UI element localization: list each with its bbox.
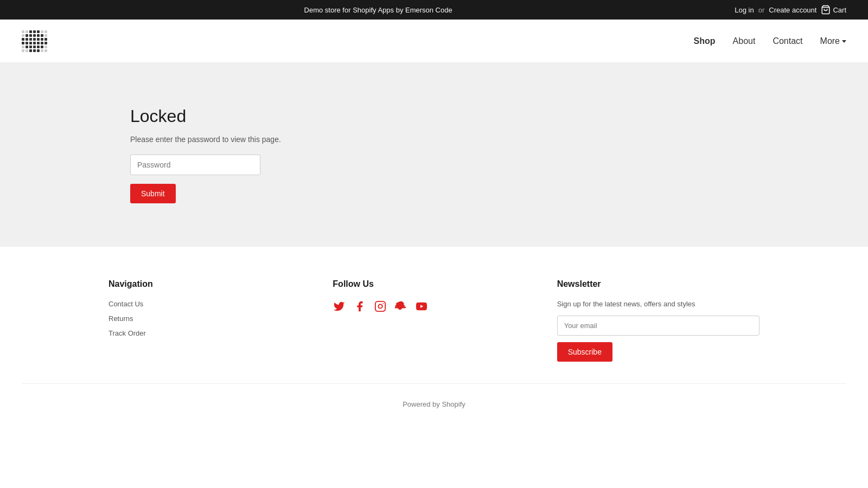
snapchat-icon <box>395 300 407 312</box>
announcement-text: Demo store for Shopify Apps by Emerson C… <box>22 6 735 14</box>
email-input[interactable] <box>557 316 760 336</box>
twitter-icon <box>333 300 345 312</box>
powered-by-text: Powered by Shopify <box>403 400 465 408</box>
login-link[interactable]: Log in <box>735 6 754 14</box>
instagram-link[interactable] <box>374 300 387 313</box>
header: Shop About Contact More <box>0 20 868 63</box>
facebook-link[interactable] <box>353 300 366 313</box>
subscribe-button[interactable]: Subscribe <box>557 342 612 362</box>
content-inner: Locked Please enter the password to view… <box>108 106 760 203</box>
svg-rect-1 <box>375 301 385 311</box>
logo-link[interactable] <box>22 30 47 52</box>
chevron-down-icon <box>842 40 846 43</box>
password-input[interactable] <box>130 155 260 175</box>
main-nav: Shop About Contact More <box>694 36 846 46</box>
footer-follow-us-section: Follow Us <box>333 279 535 362</box>
locked-title: Locked <box>130 106 738 126</box>
nav-contact[interactable]: Contact <box>773 36 802 46</box>
footer-newsletter-section: Newsletter Sign up for the latest news, … <box>557 279 760 362</box>
footer-track-order-link[interactable]: Track Order <box>108 329 311 337</box>
footer-nav-links: Contact Us Returns Track Order <box>108 300 311 337</box>
footer-inner: Navigation Contact Us Returns Track Orde… <box>108 279 760 383</box>
nav-more-label: More <box>820 36 840 46</box>
nav-shop[interactable]: Shop <box>694 36 716 46</box>
top-bar: Demo store for Shopify Apps by Emerson C… <box>0 0 868 20</box>
footer: Navigation Contact Us Returns Track Orde… <box>0 247 868 430</box>
facebook-icon <box>354 300 366 312</box>
footer-bottom: Powered by Shopify <box>22 383 846 408</box>
or-separator: or <box>758 6 765 14</box>
snapchat-link[interactable] <box>394 300 407 313</box>
footer-newsletter-title: Newsletter <box>557 279 760 289</box>
main-content: Locked Please enter the password to view… <box>0 63 868 247</box>
cart-icon <box>821 5 831 15</box>
logo <box>22 30 47 52</box>
footer-navigation-title: Navigation <box>108 279 311 289</box>
footer-navigation-section: Navigation Contact Us Returns Track Orde… <box>108 279 311 362</box>
footer-returns-link[interactable]: Returns <box>108 314 311 323</box>
locked-description: Please enter the password to view this p… <box>130 135 738 144</box>
cart-link[interactable]: Cart <box>821 5 846 15</box>
submit-button[interactable]: Submit <box>130 184 176 203</box>
social-icons <box>333 300 535 313</box>
cart-label: Cart <box>833 6 846 14</box>
twitter-link[interactable] <box>333 300 346 313</box>
create-account-link[interactable]: Create account <box>769 6 816 14</box>
nav-more-dropdown[interactable]: More <box>820 36 846 46</box>
announcement-label: Demo store for Shopify Apps by Emerson C… <box>304 6 452 14</box>
footer-contact-us-link[interactable]: Contact Us <box>108 300 311 308</box>
top-bar-actions: Log in or Create account Cart <box>735 5 846 15</box>
youtube-icon <box>416 300 427 312</box>
nav-about[interactable]: About <box>733 36 756 46</box>
newsletter-description: Sign up for the latest news, offers and … <box>557 300 760 308</box>
youtube-link[interactable] <box>415 300 428 313</box>
instagram-icon <box>374 300 386 312</box>
footer-follow-us-title: Follow Us <box>333 279 535 289</box>
